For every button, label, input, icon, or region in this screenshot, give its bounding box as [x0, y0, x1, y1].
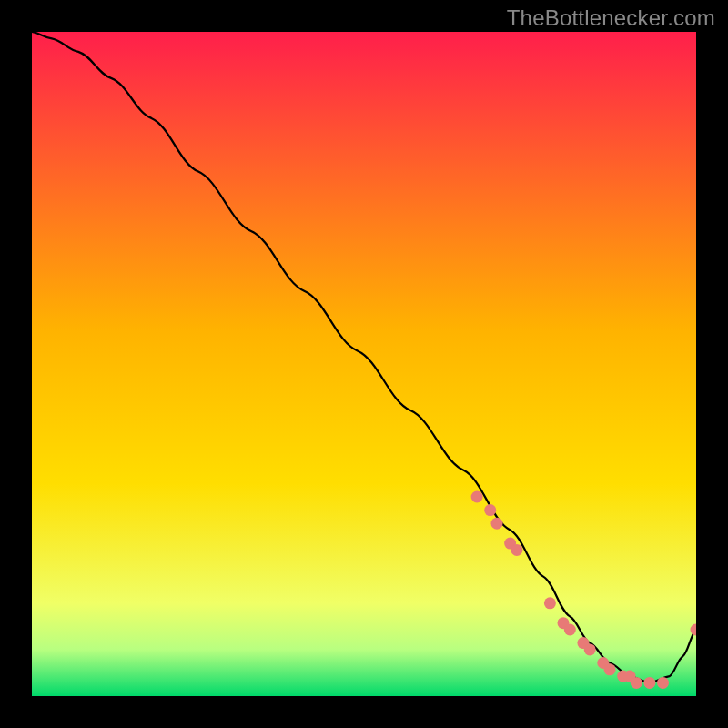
- highlight-point: [484, 504, 496, 516]
- highlight-point: [491, 518, 503, 530]
- highlight-point: [564, 624, 576, 636]
- gradient-background: [32, 32, 696, 696]
- chart-stage: TheBottlenecker.com: [0, 0, 728, 728]
- highlight-point: [511, 544, 522, 556]
- highlight-point: [471, 491, 483, 503]
- watermark-text: TheBottlenecker.com: [507, 5, 715, 31]
- highlight-point: [584, 643, 596, 655]
- highlight-point: [643, 677, 655, 689]
- highlight-point: [544, 597, 556, 609]
- highlight-point: [604, 663, 616, 675]
- highlight-point: [631, 677, 642, 689]
- bottleneck-chart: [32, 32, 696, 696]
- highlight-point: [657, 677, 669, 689]
